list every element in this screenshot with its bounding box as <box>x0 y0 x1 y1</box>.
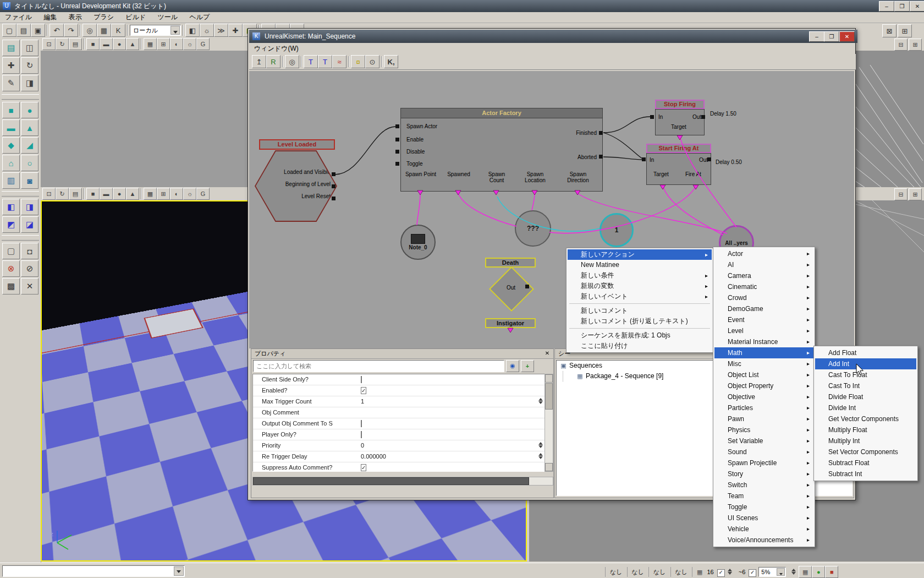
show-grid-icon[interactable]: ▦ <box>144 188 157 200</box>
properties-hscrollbar[interactable] <box>252 477 553 486</box>
combo-dropdown-icon[interactable] <box>170 26 180 35</box>
menu-item-new-event[interactable]: 新しいイベント <box>568 291 712 302</box>
view-lit-icon[interactable]: ▲ <box>126 188 139 200</box>
advanced-search-icon[interactable]: + <box>521 360 534 372</box>
maximize-viewport-icon[interactable]: ⊡ <box>42 38 56 50</box>
camera-speed-icon[interactable]: ▤ <box>69 38 82 50</box>
view-wireframe-icon[interactable]: ▬ <box>100 38 113 50</box>
input-pin-label[interactable]: In <box>650 157 654 163</box>
output-pin-label[interactable]: Out <box>692 114 701 120</box>
submenu-item-level[interactable]: Level <box>714 325 813 336</box>
camera-speed-icon[interactable]: ▤ <box>69 188 82 200</box>
int-variable[interactable]: 1 <box>600 213 634 247</box>
split-vertical-icon[interactable]: ⊞ <box>909 39 922 51</box>
submenu-item-get-vector-components[interactable]: Get Vector Components <box>815 413 916 424</box>
submenu-item-objective[interactable]: Objective <box>714 391 813 402</box>
red-builder-button[interactable]: ⊗ <box>2 260 20 277</box>
menu-item-new-condition[interactable]: 新しい条件 <box>568 270 712 281</box>
kismet-minimize-button[interactable]: – <box>809 31 824 42</box>
show-flags-icon[interactable]: ⊞ <box>157 188 170 200</box>
property-row[interactable]: Player Only? <box>253 429 544 440</box>
submenu-item-divide-float[interactable]: Divide Float <box>815 391 916 402</box>
submenu-item-misc[interactable]: Misc <box>714 358 813 369</box>
property-row[interactable]: Max Trigger Count 1 <box>253 396 544 407</box>
scrollbar-thumb[interactable] <box>253 477 529 485</box>
hide-connectors-icon[interactable]: T <box>304 55 318 68</box>
output-pin-label[interactable]: Beginning of Level <box>285 181 331 187</box>
spinner-stepper[interactable] <box>537 441 543 449</box>
menu-item-create-sequence[interactable]: シーケンスを新規作成: 1 Objs <box>568 330 712 341</box>
submenu-item-actor[interactable]: Actor <box>714 248 813 259</box>
submenu-item-add-float[interactable]: Add Float <box>815 347 916 358</box>
brush-cube-button[interactable]: ■ <box>2 102 20 118</box>
camera-mode-button[interactable]: ▤ <box>2 40 20 56</box>
csg-subtract-button[interactable]: ◙ <box>21 172 38 189</box>
submenu-item-cinematic[interactable]: Cinematic <box>714 281 813 292</box>
view-wireframe-icon[interactable]: ▬ <box>100 188 113 200</box>
search-icon[interactable]: ◉ <box>506 360 519 372</box>
death-instigator-pin[interactable]: Instigator <box>485 318 536 328</box>
content-browser-button[interactable]: ▦ <box>97 24 111 37</box>
view-brush-icon[interactable]: ■ <box>86 188 100 200</box>
property-row[interactable]: Suppress Auto Comment? ✓ <box>253 462 544 472</box>
status-combobox[interactable] <box>2 565 185 577</box>
submenu-item-ui-scenes[interactable]: UI Scenes <box>714 512 813 524</box>
submenu-item-vehicle[interactable]: Vehicle <box>714 524 813 535</box>
maximize-viewport-icon[interactable]: ⊡ <box>42 188 56 200</box>
menu-help[interactable]: ヘルプ <box>184 12 215 23</box>
death-title[interactable]: Death <box>485 258 536 268</box>
spinner-stepper[interactable] <box>537 397 543 405</box>
property-row[interactable]: Obj Comment <box>253 407 544 418</box>
parent-sequence-icon[interactable]: ↥ <box>252 55 266 68</box>
kismet-close-button[interactable]: ✕ <box>839 31 855 42</box>
variable-pin-label[interactable]: Spawned <box>442 171 475 177</box>
menu-tools[interactable]: ツール <box>153 12 183 23</box>
toolbox-button[interactable]: ⊠ <box>882 24 897 37</box>
build-all-button[interactable]: ✚ <box>228 24 243 37</box>
output-pin-label[interactable]: Level Reset <box>301 193 331 199</box>
config-combobox[interactable]: ローカル <box>130 25 181 36</box>
menu-item-new-variable[interactable]: 新規の変数 <box>568 281 712 291</box>
delete-tool-button[interactable]: ✕ <box>21 278 38 295</box>
split-horizontal-icon[interactable]: ⊟ <box>894 188 908 200</box>
actor-factory-node[interactable]: Actor Factory Spawn Actor Enable Disable… <box>400 108 603 192</box>
actor-factory-title[interactable]: Actor Factory <box>401 108 602 118</box>
shade-mode-icon[interactable]: ◐ <box>170 188 183 200</box>
menu-item-paste-here[interactable]: ここに貼り付け <box>568 341 712 351</box>
menu-item-new-comment[interactable]: 新しいコメント <box>568 306 712 316</box>
submenu-item-physics[interactable]: Physics <box>714 424 813 435</box>
checkbox[interactable] <box>361 431 362 438</box>
menu-item-new-matinee[interactable]: New Matinee <box>568 260 712 270</box>
rotation-snap-checkbox[interactable]: ✓ <box>749 569 756 577</box>
special-brush-button[interactable]: ▢ <box>2 243 20 259</box>
checkbox[interactable] <box>361 420 362 427</box>
undock-button[interactable]: ⊞ <box>898 24 912 37</box>
stop-firing-node[interactable]: Stop Firing In Out Target <box>655 100 705 109</box>
submenu-item-object-list[interactable]: Object List <box>714 369 813 380</box>
texture-align-d-button[interactable]: ◪ <box>21 216 38 233</box>
output-pin-label[interactable]: Out <box>699 157 708 163</box>
menu-edit[interactable]: 編集 <box>38 12 62 23</box>
brush-cone-button[interactable]: ▲ <box>21 119 38 136</box>
submenu-item-multiply-float[interactable]: Multiply Float <box>815 424 916 435</box>
geometry-edit-button[interactable]: ✎ <box>2 75 20 91</box>
spinner-stepper[interactable] <box>537 452 543 460</box>
checkbox[interactable]: ✓ <box>361 387 366 394</box>
variable-pin-label[interactable]: Fire At <box>685 171 701 177</box>
submenu-item-math[interactable]: Math <box>714 347 813 358</box>
spinner-stepper[interactable] <box>727 568 733 576</box>
kismet-debugger-icon[interactable]: K, <box>384 55 398 68</box>
submenu-item-pawn[interactable]: Pawn <box>714 413 813 424</box>
view-unlit-icon[interactable]: ● <box>113 38 126 50</box>
geometry-mode-button[interactable]: ◫ <box>21 40 38 56</box>
split-vertical-icon[interactable]: ⊞ <box>909 188 922 200</box>
realtime-icon[interactable]: ↻ <box>56 188 69 200</box>
submenu-item-team[interactable]: Team <box>714 490 813 501</box>
kismet-maximize-button[interactable]: ❐ <box>824 31 839 42</box>
dark-tool-button[interactable]: ⊘ <box>21 260 38 277</box>
view-lit-icon[interactable]: ▲ <box>126 38 139 50</box>
property-row[interactable]: Re Trigger Delay 0.000000 <box>253 451 544 462</box>
volume-brush-button[interactable]: ◘ <box>21 243 38 259</box>
note-variable[interactable]: Note_0 <box>400 225 436 260</box>
property-row[interactable]: Priority 0 <box>253 440 544 451</box>
